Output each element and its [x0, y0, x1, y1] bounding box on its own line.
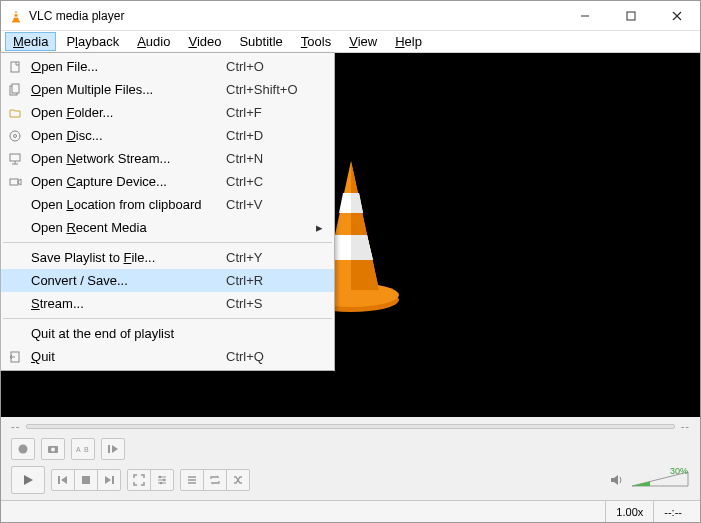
maximize-button[interactable]: [608, 1, 654, 30]
primary-controls: 30%: [1, 463, 700, 500]
disc-icon: [1, 129, 29, 143]
status-speed[interactable]: 1.00x: [605, 501, 653, 522]
record-button[interactable]: [11, 438, 35, 460]
menu-item-save-playlist-to-file[interactable]: Save Playlist to File...Ctrl+Y: [1, 246, 334, 269]
menu-audio[interactable]: Audio: [129, 32, 178, 51]
menu-item-shortcut: Ctrl+Shift+O: [226, 82, 316, 97]
close-button[interactable]: [654, 1, 700, 30]
titlebar: VLC media player: [1, 1, 700, 31]
menu-item-shortcut: Ctrl+V: [226, 197, 316, 212]
svg-marker-39: [105, 476, 111, 484]
menu-item-open-folder[interactable]: Open Folder...Ctrl+F: [1, 101, 334, 124]
menu-item-stream[interactable]: Stream...Ctrl+S: [1, 292, 334, 315]
svg-marker-37: [61, 476, 67, 484]
svg-marker-35: [24, 475, 33, 485]
frame-step-button[interactable]: [101, 438, 125, 460]
menu-item-shortcut: Ctrl+R: [226, 273, 316, 288]
menu-item-open-file[interactable]: Open File...Ctrl+O: [1, 55, 334, 78]
speaker-icon: [610, 473, 626, 487]
svg-rect-10: [12, 84, 19, 93]
skip-group: [51, 469, 121, 491]
playlist-button[interactable]: [180, 469, 204, 491]
menu-item-open-capture-device[interactable]: Open Capture Device...Ctrl+C: [1, 170, 334, 193]
menu-item-label: Save Playlist to File...: [29, 250, 226, 265]
menu-separator: [3, 318, 332, 319]
menu-item-quit[interactable]: QuitCtrl+Q: [1, 345, 334, 368]
snapshot-button[interactable]: [41, 438, 65, 460]
menu-item-open-location-from-clipboard[interactable]: Open Location from clipboardCtrl+V: [1, 193, 334, 216]
menu-item-label: Open Multiple Files...: [29, 82, 226, 97]
menu-subtitle[interactable]: Subtitle: [231, 32, 290, 51]
previous-button[interactable]: [51, 469, 75, 491]
menu-item-shortcut: Ctrl+S: [226, 296, 316, 311]
menu-item-convert-save[interactable]: Convert / Save...Ctrl+R: [1, 269, 334, 292]
menu-item-shortcut: Ctrl+Q: [226, 349, 316, 364]
next-button[interactable]: [97, 469, 121, 491]
svg-point-28: [19, 445, 28, 454]
menu-item-label: Quit: [29, 349, 226, 364]
svg-rect-8: [11, 62, 19, 72]
folder-icon: [1, 106, 29, 120]
svg-point-11: [10, 131, 20, 141]
menu-item-label: Open Recent Media: [29, 220, 226, 235]
svg-point-30: [51, 448, 55, 452]
menu-tools[interactable]: Tools: [293, 32, 339, 51]
secondary-controls: AB: [1, 435, 700, 463]
menu-item-shortcut: Ctrl+Y: [226, 250, 316, 265]
status-left: [9, 501, 605, 522]
menu-item-open-disc[interactable]: Open Disc...Ctrl+D: [1, 124, 334, 147]
svg-rect-2: [14, 13, 17, 14]
svg-rect-16: [10, 179, 18, 185]
menu-item-label: Open Location from clipboard: [29, 197, 226, 212]
submenu-arrow-icon: ▸: [316, 220, 334, 235]
seek-track[interactable]: [26, 424, 674, 429]
menu-item-open-multiple-files[interactable]: Open Multiple Files...Ctrl+Shift+O: [1, 78, 334, 101]
volume-control[interactable]: 30%: [610, 468, 690, 492]
svg-point-45: [163, 479, 166, 482]
seek-right-marker: --: [681, 420, 690, 432]
menu-view[interactable]: View: [341, 32, 385, 51]
menu-item-shortcut: Ctrl+N: [226, 151, 316, 166]
svg-rect-40: [112, 476, 114, 484]
extended-settings-button[interactable]: [150, 469, 174, 491]
controls-panel: -- -- AB 30%: [1, 417, 700, 522]
shuffle-button[interactable]: [226, 469, 250, 491]
menu-item-label: Stream...: [29, 296, 226, 311]
svg-point-12: [14, 134, 17, 137]
svg-marker-27: [351, 235, 373, 260]
loop-ab-button[interactable]: AB: [71, 438, 95, 460]
play-button[interactable]: [11, 466, 45, 494]
svg-marker-50: [611, 475, 618, 485]
svg-marker-34: [112, 445, 118, 453]
loop-button[interactable]: [203, 469, 227, 491]
menu-item-quit-at-the-end-of-playlist[interactable]: Quit at the end of playlist: [1, 322, 334, 345]
svg-marker-25: [351, 193, 363, 213]
menu-item-label: Open Disc...: [29, 128, 226, 143]
status-time: --:--: [653, 501, 692, 522]
capture-icon: [1, 175, 29, 189]
files-icon: [1, 83, 29, 97]
svg-point-44: [159, 476, 162, 479]
stop-button[interactable]: [74, 469, 98, 491]
menu-item-label: Open Folder...: [29, 105, 226, 120]
menu-item-label: Quit at the end of playlist: [29, 326, 226, 341]
menu-item-label: Open Capture Device...: [29, 174, 226, 189]
menu-media[interactable]: Media: [5, 32, 56, 51]
menu-playback[interactable]: Playback: [58, 32, 127, 51]
fullscreen-button[interactable]: [127, 469, 151, 491]
menu-item-open-network-stream[interactable]: Open Network Stream...Ctrl+N: [1, 147, 334, 170]
menu-item-open-recent-media[interactable]: Open Recent Media▸: [1, 216, 334, 239]
svg-rect-1: [12, 21, 20, 22]
minimize-button[interactable]: [562, 1, 608, 30]
svg-marker-0: [13, 10, 19, 21]
statusbar: 1.00x --:--: [1, 500, 700, 522]
menu-item-label: Open File...: [29, 59, 226, 74]
media-menu-dropdown: Open File...Ctrl+OOpen Multiple Files...…: [0, 52, 335, 371]
svg-rect-13: [10, 154, 20, 161]
menu-help[interactable]: Help: [387, 32, 430, 51]
menu-item-label: Open Network Stream...: [29, 151, 226, 166]
menu-video[interactable]: Video: [180, 32, 229, 51]
menubar: MediaPlaybackAudioVideoSubtitleToolsView…: [1, 31, 700, 53]
svg-rect-5: [627, 12, 635, 20]
view-group: [127, 469, 174, 491]
